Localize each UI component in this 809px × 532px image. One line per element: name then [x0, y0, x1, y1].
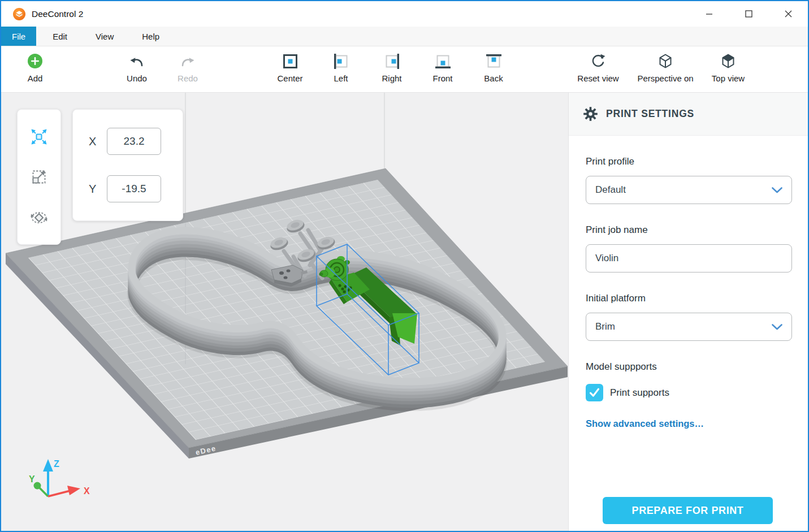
y-field-label: Y: [89, 183, 107, 196]
close-icon: [785, 10, 792, 18]
y-axis-label: Y: [29, 474, 35, 484]
chevron-down-icon: [772, 187, 782, 193]
checkmark-icon: [589, 387, 600, 398]
position-panel: X Y: [72, 109, 183, 221]
print-settings-panel: PRINT SETTINGS Print profile Default Pri…: [568, 93, 808, 531]
z-axis-label: Z: [54, 459, 59, 469]
title-bar: DeeControl 2: [1, 1, 808, 27]
initial-platform-select[interactable]: Brim: [586, 313, 792, 341]
align-left-icon: [334, 54, 349, 69]
x-axis-label: X: [84, 486, 90, 496]
print-supports-checkbox[interactable]: [586, 384, 603, 401]
window-controls: [689, 1, 808, 27]
initial-platform-value: Brim: [595, 321, 615, 332]
menu-bar: File Edit View Help: [1, 27, 808, 46]
left-label: Left: [334, 73, 348, 83]
redo-label: Redo: [178, 73, 198, 83]
scale-tool-button[interactable]: [25, 163, 53, 191]
rotate-tool-icon: [31, 208, 47, 226]
maximize-icon: [745, 10, 752, 18]
app-window: DeeControl 2 File Edit View Help: [0, 0, 809, 532]
reset-view-button[interactable]: Reset view: [564, 51, 632, 83]
print-profile-label: Print profile: [586, 156, 792, 167]
print-job-name-input[interactable]: [586, 244, 792, 273]
cube-top-icon: [720, 53, 737, 70]
add-label: Add: [28, 73, 43, 83]
panel-title: PRINT SETTINGS: [606, 108, 694, 120]
print-profile-select[interactable]: Default: [586, 176, 792, 204]
menu-view[interactable]: View: [84, 27, 126, 46]
redo-button[interactable]: Redo: [154, 51, 222, 83]
add-button[interactable]: Add: [1, 51, 69, 83]
print-supports-row: Print supports: [586, 384, 792, 401]
align-front-icon: [435, 54, 451, 69]
add-circle-icon: [27, 53, 44, 70]
right-label: Right: [382, 73, 401, 83]
move-tool-icon: [31, 128, 47, 145]
back-view-button[interactable]: Back: [460, 51, 527, 83]
x-field-label: X: [89, 135, 107, 148]
y-position-row: Y: [89, 175, 183, 202]
perspective-label: Perspective on: [637, 73, 693, 83]
reset-view-icon: [590, 53, 607, 70]
gear-icon: [583, 106, 598, 122]
reset-view-label: Reset view: [577, 73, 618, 83]
y-position-input[interactable]: [107, 175, 161, 202]
scale-tool-icon: [31, 168, 47, 185]
print-profile-value: Default: [595, 184, 626, 196]
top-view-button[interactable]: Top view: [694, 51, 762, 83]
center-label: Center: [277, 73, 302, 83]
align-right-icon: [384, 54, 400, 69]
undo-arrow-icon: [128, 53, 145, 70]
rotate-tool-button[interactable]: [25, 204, 53, 231]
viewport-3d[interactable]: eDee: [1, 93, 568, 531]
print-job-name-label: Print job name: [586, 224, 792, 236]
chevron-down-icon: [772, 324, 782, 330]
x-position-row: X: [89, 128, 183, 155]
front-label: Front: [432, 73, 452, 83]
back-label: Back: [484, 73, 503, 83]
redo-arrow-icon: [179, 53, 196, 70]
menu-file[interactable]: File: [1, 27, 36, 46]
align-center-icon: [283, 54, 298, 69]
menu-edit[interactable]: Edit: [41, 27, 79, 46]
window-title: DeeControl 2: [32, 9, 83, 19]
perspective-toggle-button[interactable]: Perspective on: [626, 51, 705, 83]
print-supports-checkbox-label: Print supports: [610, 387, 669, 399]
transform-tool-palette: [17, 109, 61, 245]
close-button[interactable]: [768, 1, 808, 27]
initial-platform-label: Initial platform: [586, 293, 792, 304]
model-supports-label: Model suppports: [586, 361, 792, 373]
print-settings-body: Print profile Default Print job name Ini…: [569, 156, 808, 429]
minimize-button[interactable]: [689, 1, 729, 27]
maximize-button[interactable]: [729, 1, 768, 27]
main-area: eDee: [1, 93, 808, 531]
prepare-for-print-button[interactable]: PREPARE FOR PRINT: [603, 497, 773, 524]
cube-outline-icon: [657, 53, 674, 70]
show-advanced-settings-link[interactable]: Show advanced settings…: [586, 418, 792, 429]
toolbar: Add Undo Redo Center: [1, 46, 808, 93]
print-settings-header: PRINT SETTINGS: [569, 93, 808, 136]
menu-help[interactable]: Help: [130, 27, 171, 46]
minimize-icon: [706, 11, 713, 18]
app-logo-icon: [12, 7, 26, 21]
undo-label: Undo: [127, 73, 147, 83]
top-view-label: Top view: [712, 73, 745, 83]
align-back-icon: [486, 54, 501, 69]
move-tool-button[interactable]: [25, 123, 53, 150]
x-position-input[interactable]: [107, 128, 161, 155]
